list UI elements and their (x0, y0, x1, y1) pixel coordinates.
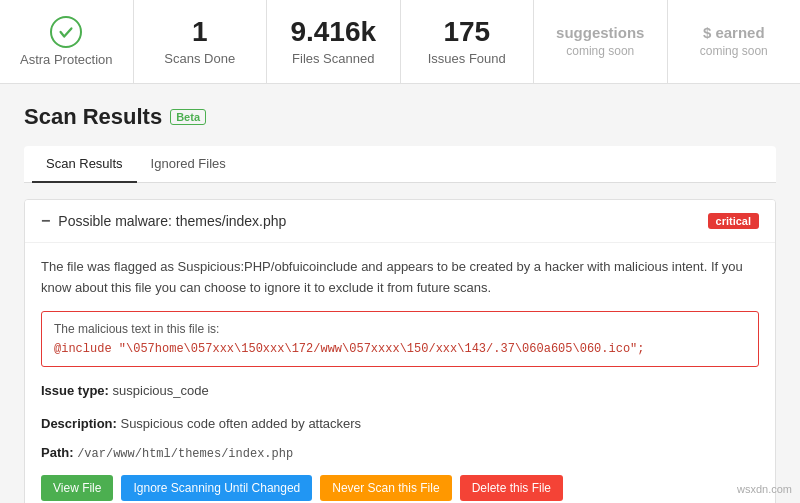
astra-label: Astra Protection (20, 52, 113, 67)
earned-soon: coming soon (700, 44, 768, 58)
top-stats-bar: Astra Protection 1 Scans Done 9.416k Fil… (0, 0, 800, 84)
earned-value: $ earned (703, 25, 765, 42)
earned-stat: $ earned coming soon (668, 0, 801, 83)
action-buttons: View File Ignore Scanning Until Changed … (41, 475, 759, 501)
path-value: /var/www/html/themes/index.php (77, 447, 293, 461)
suggestions-soon: coming soon (566, 44, 634, 58)
issues-found-value: 175 (443, 17, 490, 48)
tab-scan-results[interactable]: Scan Results (32, 146, 137, 183)
result-body: The file was flagged as Suspicious:PHP/o… (25, 243, 775, 503)
description-label: Description: (41, 416, 117, 431)
severity-badge: critical (708, 213, 759, 229)
code-label: The malicious text in this file is: (54, 322, 746, 336)
description-value: Suspicious code often added by attackers (120, 416, 361, 431)
suggestions-stat: suggestions coming soon (534, 0, 668, 83)
result-title: − Possible malware: themes/index.php (41, 212, 286, 230)
result-header: − Possible malware: themes/index.php cri… (25, 200, 775, 243)
description-row: Description: Suspicious code often added… (41, 412, 759, 435)
issue-type-row: Issue type: suspicious_code (41, 379, 759, 402)
tabs-bar: Scan Results Ignored Files (24, 146, 776, 183)
files-scanned-label: Files Scanned (292, 51, 374, 66)
view-file-button[interactable]: View File (41, 475, 113, 501)
result-description: The file was flagged as Suspicious:PHP/o… (41, 257, 759, 299)
issue-type-label: Issue type: (41, 383, 109, 398)
files-scanned-stat: 9.416k Files Scanned (267, 0, 401, 83)
malicious-code-block: The malicious text in this file is: @inc… (41, 311, 759, 367)
issues-found-label: Issues Found (428, 51, 506, 66)
main-content: Scan Results Beta Scan Results Ignored F… (0, 84, 800, 503)
ignore-scanning-button[interactable]: Ignore Scanning Until Changed (121, 475, 312, 501)
path-label: Path: (41, 445, 74, 460)
issue-type-value: suspicious_code (113, 383, 209, 398)
files-scanned-value: 9.416k (290, 17, 376, 48)
path-row: Path: /var/www/html/themes/index.php (41, 445, 759, 461)
watermark: wsxdn.com (737, 483, 792, 495)
scans-done-label: Scans Done (164, 51, 235, 66)
scans-done-value: 1 (192, 17, 208, 48)
issues-found-stat: 175 Issues Found (401, 0, 535, 83)
result-title-text: Possible malware: themes/index.php (58, 213, 286, 229)
scans-done-stat: 1 Scans Done (134, 0, 268, 83)
tab-ignored-files[interactable]: Ignored Files (137, 146, 240, 183)
beta-badge: Beta (170, 109, 206, 125)
never-scan-button[interactable]: Never Scan this File (320, 475, 451, 501)
delete-file-button[interactable]: Delete this File (460, 475, 563, 501)
suggestions-value: suggestions (556, 25, 644, 42)
check-icon (50, 16, 82, 48)
code-value: @include "\057home\057xxx\150xxx\172/www… (54, 342, 746, 356)
astra-protection-stat: Astra Protection (0, 0, 134, 83)
page-title-area: Scan Results Beta (24, 104, 776, 130)
collapse-icon[interactable]: − (41, 212, 50, 230)
result-card: − Possible malware: themes/index.php cri… (24, 199, 776, 503)
page-title: Scan Results (24, 104, 162, 130)
